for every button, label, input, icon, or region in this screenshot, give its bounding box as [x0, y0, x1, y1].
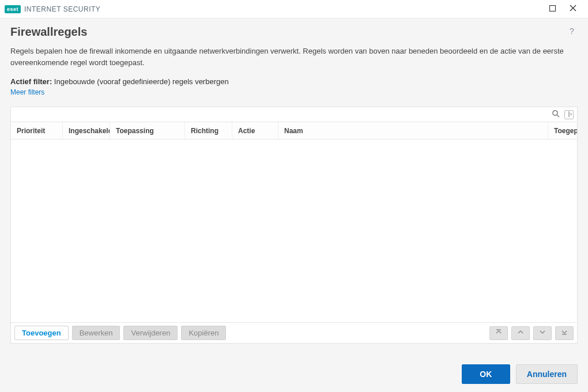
table-toolbar	[11, 107, 577, 122]
ok-button[interactable]: OK	[462, 364, 510, 384]
more-filters-link[interactable]: Meer filters	[10, 88, 578, 96]
content-area: Firewallregels ? Regels bepalen hoe de f…	[0, 18, 588, 353]
filter-label: Actief filter:	[10, 77, 52, 86]
help-button[interactable]: ?	[566, 27, 578, 38]
product-name: INTERNET SECURITY	[24, 5, 100, 13]
titlebar: eset INTERNET SECURITY	[0, 0, 588, 18]
svg-rect-0	[549, 6, 555, 12]
table-columns-button[interactable]	[564, 110, 574, 119]
dialog-footer: OK Annuleren	[0, 353, 588, 392]
table-actions: Toevoegen Bewerken Verwijderen Kopiëren	[11, 322, 577, 343]
close-icon	[570, 5, 576, 13]
page-title: Firewallregels	[10, 25, 87, 39]
col-enabled[interactable]: Ingeschakeld	[63, 122, 110, 139]
col-direction[interactable]: Richting	[185, 122, 232, 139]
help-icon: ?	[568, 27, 576, 37]
table-body[interactable]	[11, 140, 577, 322]
delete-button: Verwijderen	[123, 326, 178, 340]
cancel-button[interactable]: Annuleren	[516, 364, 578, 384]
svg-point-2	[553, 111, 557, 115]
brand-badge: eset	[5, 5, 21, 13]
filter-value: Ingebouwde (vooraf gedefinieerde) regels…	[54, 77, 229, 86]
svg-line-6	[571, 114, 572, 115]
edit-button: Bewerken	[72, 326, 120, 340]
move-top-button[interactable]	[489, 326, 508, 340]
add-button[interactable]: Toevoegen	[14, 326, 69, 340]
window-close-button[interactable]	[563, 0, 583, 18]
square-icon	[549, 5, 556, 13]
chevron-top-icon	[495, 329, 502, 337]
brand-logo: eset INTERNET SECURITY	[5, 5, 100, 13]
svg-line-3	[557, 115, 559, 117]
col-applied[interactable]: Toegep	[548, 122, 577, 139]
svg-line-5	[571, 113, 572, 114]
col-application[interactable]: Toepassing	[110, 122, 185, 139]
active-filter-line: Actief filter: Ingebouwde (vooraf gedefi…	[10, 77, 578, 86]
rules-table: Prioriteit Ingeschakeld Toepassing Richt…	[10, 107, 578, 344]
chevron-down-icon	[539, 329, 546, 337]
move-bottom-button[interactable]	[555, 326, 574, 340]
col-action[interactable]: Actie	[232, 122, 278, 139]
move-down-button[interactable]	[533, 326, 552, 340]
col-priority[interactable]: Prioriteit	[11, 122, 63, 139]
description-text: Regels bepalen hoe de firewall inkomende…	[10, 46, 578, 68]
window-maximize-button[interactable]	[542, 0, 563, 18]
svg-text:?: ?	[570, 27, 574, 35]
col-name[interactable]: Naam	[278, 122, 548, 139]
layout-icon	[566, 110, 572, 119]
search-icon	[552, 110, 560, 119]
chevron-up-icon	[517, 329, 524, 337]
table-search-button[interactable]	[551, 110, 561, 120]
chevron-bottom-icon	[561, 329, 568, 337]
copy-button: Kopiëren	[181, 326, 226, 340]
move-up-button[interactable]	[511, 326, 530, 340]
table-header: Prioriteit Ingeschakeld Toepassing Richt…	[11, 122, 577, 140]
